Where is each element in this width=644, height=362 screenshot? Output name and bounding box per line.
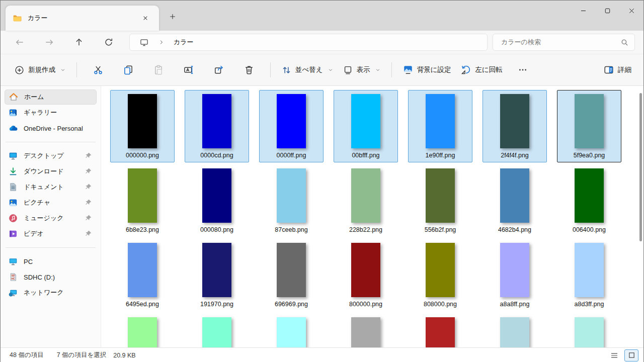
file-4682b4.png[interactable]: 4682b4.png [482, 164, 547, 237]
color-thumbnail [202, 94, 231, 148]
color-thumbnail [277, 168, 306, 223]
new-button[interactable]: 新規作成 [10, 61, 70, 79]
file-0000ff.png[interactable]: 0000ff.png [259, 90, 324, 162]
up-button[interactable] [70, 33, 88, 51]
share-button[interactable] [208, 60, 230, 79]
sidebar-item-pictures[interactable]: ピクチャ [5, 195, 97, 210]
sidebar-item-onedrive[interactable]: OneDrive - Personal [5, 121, 97, 136]
file-2f4f4f.png[interactable]: 2f4f4f.png [482, 90, 547, 162]
folder-tab[interactable]: カラー [6, 6, 159, 31]
more-options-button[interactable] [512, 60, 534, 79]
file-6495ed.png[interactable]: 6495ed.png [110, 239, 175, 311]
copy-button[interactable] [117, 60, 139, 79]
close-button[interactable] [619, 1, 643, 21]
file-000080.png[interactable]: 000080.png [185, 164, 249, 237]
pin-icon [85, 230, 93, 238]
file-tile[interactable] [110, 313, 175, 347]
breadcrumb-location[interactable]: カラー [174, 38, 194, 47]
file-name: 0000cd.png [200, 151, 233, 159]
search-input[interactable]: カラーの検索 [493, 34, 635, 51]
cut-button[interactable] [87, 60, 109, 79]
toolbar-divider [270, 62, 271, 77]
file-6b8e23.png[interactable]: 6b8e23.png [110, 164, 175, 237]
minimize-button[interactable] [571, 1, 595, 21]
details-button[interactable]: 詳細 [599, 61, 636, 79]
folder-icon [13, 14, 22, 23]
file-tile[interactable] [408, 313, 472, 347]
sidebar-item-downloads[interactable]: ダウンロード [5, 164, 97, 179]
delete-button[interactable] [238, 60, 260, 79]
file-name: 006400.png [573, 226, 606, 234]
new-tab-button[interactable] [166, 10, 180, 24]
color-thumbnail [500, 94, 529, 148]
file-name: 87ceeb.png [275, 226, 307, 234]
set-as-background-label: 背景に設定 [417, 65, 451, 74]
file-228b22.png[interactable]: 228b22.png [334, 164, 398, 237]
file-006400.png[interactable]: 006400.png [557, 164, 621, 237]
maximize-button[interactable] [595, 1, 619, 21]
sidebar-item-home[interactable]: ホーム [5, 89, 97, 105]
file-name: 2f4f4f.png [501, 151, 529, 159]
file-5f9ea0.png[interactable]: 5f9ea0.png [557, 90, 621, 162]
color-thumbnail [128, 168, 157, 223]
file-556b2f.png[interactable]: 556b2f.png [408, 164, 472, 237]
sidebar-item-documents[interactable]: ドキュメント [5, 179, 97, 195]
file-tile[interactable] [557, 313, 621, 347]
sidebar-item-desktop[interactable]: デスクトップ [5, 148, 97, 163]
file-name: 0000ff.png [277, 151, 306, 159]
file-0000cd.png[interactable]: 0000cd.png [185, 90, 249, 162]
back-button[interactable] [11, 33, 29, 51]
chevron-down-icon [375, 67, 380, 72]
sidebar-item-sdhc[interactable]: SDHCSDHC (D:) [5, 269, 97, 285]
sidebar-item-label: PC [24, 258, 93, 265]
file-1e90ff.png[interactable]: 1e90ff.png [408, 90, 472, 162]
sidebar-item-videos[interactable]: ビデオ [5, 226, 97, 241]
color-thumbnail [202, 317, 231, 347]
file-000000.png[interactable]: 000000.png [110, 90, 175, 162]
file-808000.png[interactable]: 808000.png [408, 239, 472, 311]
file-tile[interactable] [185, 313, 249, 347]
thumbnail-view-toggle[interactable] [624, 349, 638, 361]
file-name: 5f9ea0.png [574, 151, 605, 159]
rename-button[interactable] [178, 60, 200, 79]
home-icon [9, 93, 18, 102]
tab-close-icon[interactable] [139, 12, 152, 25]
breadcrumb-chevron-icon[interactable] [158, 39, 165, 45]
file-tile[interactable] [259, 313, 324, 347]
file-191970.png[interactable]: 191970.png [185, 239, 249, 311]
paste-button[interactable] [147, 60, 170, 79]
file-87ceeb.png[interactable]: 87ceeb.png [259, 164, 324, 237]
view-icon [343, 65, 353, 75]
file-a8d3ff.png[interactable]: a8d3ff.png [557, 239, 621, 311]
pin-icon [85, 183, 93, 191]
toolbar-divider [391, 62, 392, 77]
onedrive-icon [9, 124, 18, 133]
refresh-button[interactable] [100, 33, 118, 51]
file-00bfff.png[interactable]: 00bfff.png [334, 90, 398, 162]
color-thumbnail [277, 243, 306, 297]
color-thumbnail [351, 94, 380, 148]
file-a8a8ff.png[interactable]: a8a8ff.png [482, 239, 547, 311]
sidebar-item-network[interactable]: ネットワーク [5, 285, 97, 300]
sidebar-item-gallery[interactable]: ギャラリー [5, 105, 97, 120]
forward-button[interactable] [40, 33, 58, 51]
rotate-left-button[interactable]: 左に回転 [456, 61, 507, 79]
sidebar-item-pc[interactable]: PC [5, 254, 97, 269]
scrollbar-thumb[interactable] [639, 93, 642, 241]
file-800000.png[interactable]: 800000.png [334, 239, 398, 311]
sidebar-item-label: デスクトップ [24, 151, 85, 160]
documents-icon [9, 183, 18, 192]
file-tile[interactable] [334, 313, 398, 347]
file-tile[interactable] [482, 313, 547, 347]
file-name: 000000.png [126, 151, 159, 159]
color-thumbnail [128, 317, 157, 347]
view-button[interactable]: 表示 [338, 61, 385, 79]
set-as-background-button[interactable]: 背景に設定 [398, 61, 456, 79]
sort-button[interactable]: 並べ替え [277, 61, 338, 79]
list-view-toggle[interactable] [607, 349, 621, 361]
file-696969.png[interactable]: 696969.png [259, 239, 324, 311]
color-thumbnail [277, 94, 306, 148]
address-bar[interactable]: カラー [129, 34, 488, 51]
vertical-scrollbar[interactable] [638, 89, 642, 343]
sidebar-item-music[interactable]: ミュージック [5, 211, 97, 226]
